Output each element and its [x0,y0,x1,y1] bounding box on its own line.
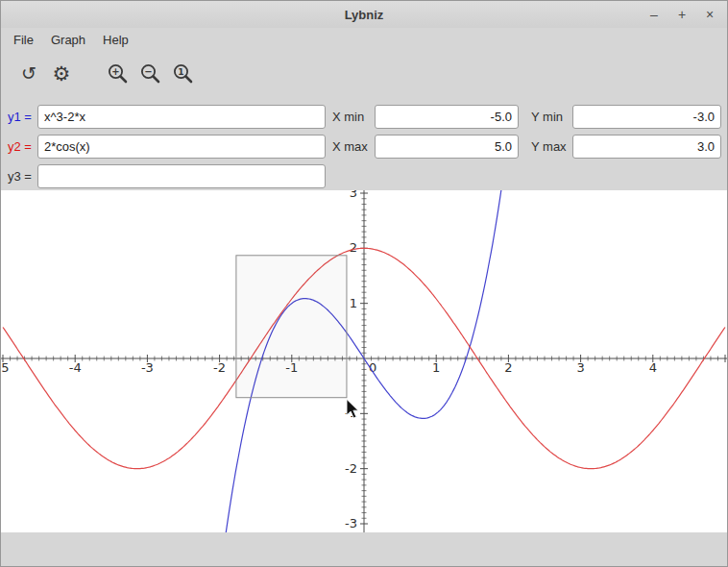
toolbar: ↺ ⚙ + − 1 [1,53,727,93]
ymax-input[interactable] [572,135,721,159]
titlebar[interactable]: Lybniz – + × [1,1,727,28]
tick-label: 1 [432,360,440,375]
xmin-input[interactable] [375,105,519,129]
zoom-selection-rect [236,256,347,398]
tick-label: 3 [350,190,357,200]
zoom-reset-icon: 1 [172,62,194,85]
ymin-input[interactable] [572,105,721,129]
plot-area[interactable]: -5-4-3-2-101234321-1-2-3 [1,190,728,532]
y3-input[interactable] [37,164,326,188]
zoom-in-button[interactable]: + [101,57,133,89]
tick-label: 4 [649,360,657,375]
tick-label: -5 [1,360,9,375]
ymax-label: Y max [531,135,567,159]
minimize-button[interactable]: – [646,6,662,23]
svg-text:+: + [111,66,119,77]
zoom-out-icon: − [139,62,161,85]
menubar: File Graph Help [1,28,727,51]
zoom-out-button[interactable]: − [133,57,166,89]
menu-file[interactable]: File [5,30,42,50]
window-title: Lybniz [345,8,384,22]
window-controls: – + × [646,1,717,28]
tick-label: -2 [345,461,357,476]
svg-text:1: 1 [178,67,183,77]
tick-label: -4 [69,360,82,375]
zoom-reset-button[interactable]: 1 [166,57,199,89]
ymin-label: Y min [531,105,563,129]
y1-input[interactable] [37,105,326,129]
tick-label: 3 [576,360,584,375]
xmax-label: X max [332,135,368,159]
tick-label: 1 [350,296,357,310]
menu-graph[interactable]: Graph [42,30,94,50]
y3-label: y3 = [8,164,32,188]
maximize-button[interactable]: + [674,6,690,23]
replot-icon: ↺ [21,64,36,83]
menu-help[interactable]: Help [94,30,137,50]
xmax-input[interactable] [375,135,519,159]
plot-canvas: -5-4-3-2-101234321-1-2-3 [1,190,728,532]
tick-label: -3 [345,516,357,530]
preferences-gear-icon: ⚙ [53,63,71,84]
replot-button[interactable]: ↺ [12,57,45,89]
y2-input[interactable] [37,135,326,159]
preferences-button[interactable]: ⚙ [45,57,78,89]
y1-label: y1 = [8,105,32,129]
tick-label: 2 [504,360,512,375]
tick-label: 2 [350,240,357,255]
zoom-in-icon: + [107,62,129,85]
y2-label: y2 = [8,135,32,159]
lybniz-window: Lybniz – + × File Graph Help ↺ ⚙ + [0,0,728,567]
svg-text:−: − [144,66,152,77]
xmin-label: X min [332,105,364,129]
close-button[interactable]: × [702,6,717,23]
tick-label: -2 [213,360,226,375]
tick-label: -3 [141,360,154,375]
